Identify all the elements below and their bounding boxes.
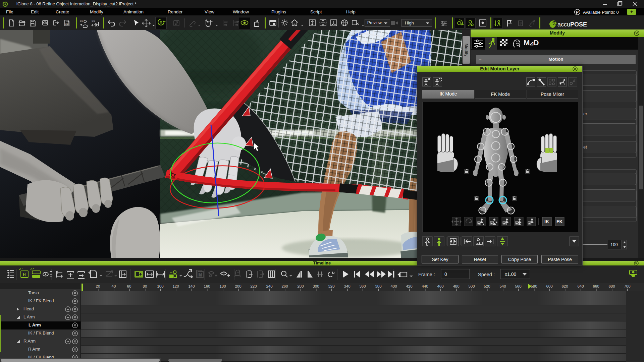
svg-text:0: 0 (444, 272, 447, 277)
svg-text:580: 580 (531, 284, 537, 288)
svg-text:P: P (576, 10, 579, 15)
svg-text:accuPOSE: accuPOSE (557, 21, 587, 28)
svg-text:100: 100 (157, 284, 163, 288)
svg-text:80: 80 (143, 284, 147, 288)
svg-text:540: 540 (499, 284, 506, 288)
svg-text:480: 480 (453, 284, 459, 288)
svg-text:560: 560 (515, 284, 521, 288)
svg-text:220: 220 (250, 284, 257, 288)
svg-text:620: 620 (561, 284, 568, 288)
svg-text:300: 300 (313, 284, 319, 288)
svg-text:140: 140 (188, 284, 195, 288)
svg-text:520: 520 (484, 284, 490, 288)
svg-text:640: 640 (577, 284, 584, 288)
svg-text:H: H (23, 272, 26, 277)
svg-text:260: 260 (281, 284, 288, 288)
svg-text:440: 440 (422, 284, 428, 288)
svg-text:700: 700 (624, 284, 630, 288)
svg-text:340: 340 (344, 284, 350, 288)
svg-text:240: 240 (266, 284, 272, 288)
svg-text:420: 420 (406, 284, 412, 288)
svg-text:IK: IK (544, 219, 549, 224)
svg-text:180: 180 (219, 284, 226, 288)
svg-text:380: 380 (375, 284, 381, 288)
svg-text:20: 20 (96, 284, 100, 288)
svg-text:Speed :: Speed : (478, 272, 495, 277)
svg-text:Frame :: Frame : (418, 272, 435, 277)
svg-text:CC: CC (80, 19, 84, 22)
svg-text:USD: USD (65, 23, 69, 25)
svg-text:600: 600 (546, 284, 552, 288)
svg-text:CC: CC (92, 19, 95, 22)
svg-text:200: 200 (235, 284, 241, 288)
svg-text:280: 280 (297, 284, 304, 288)
svg-text:500: 500 (468, 284, 475, 288)
svg-text:160: 160 (204, 284, 210, 288)
svg-text:FK: FK (556, 219, 563, 224)
svg-text:320: 320 (328, 284, 334, 288)
svg-text:360: 360 (359, 284, 366, 288)
svg-text:660: 660 (593, 284, 599, 288)
svg-text:460: 460 (437, 284, 443, 288)
svg-text:120: 120 (172, 284, 179, 288)
svg-text:M: M (199, 273, 202, 277)
svg-text:400: 400 (390, 284, 397, 288)
svg-text:680: 680 (608, 284, 615, 288)
svg-text:40: 40 (112, 284, 116, 288)
svg-text:x1.00: x1.00 (505, 272, 516, 277)
svg-text:60: 60 (127, 284, 131, 288)
